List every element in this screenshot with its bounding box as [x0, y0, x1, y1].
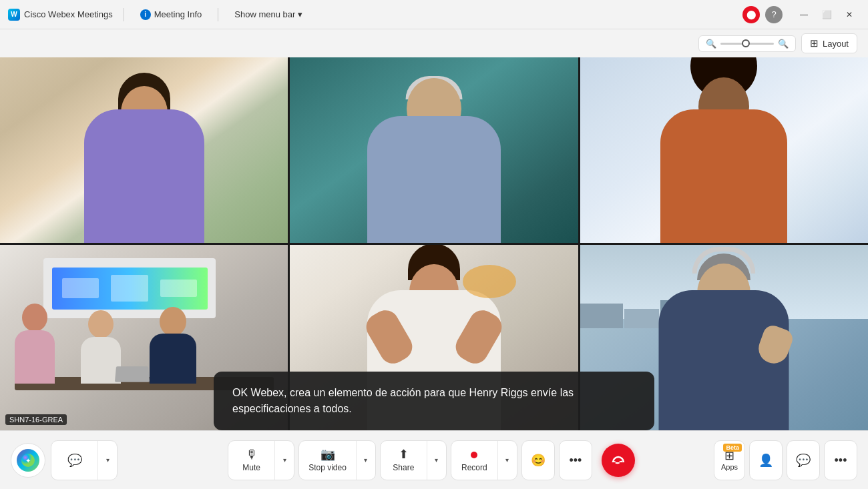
window-controls: — ⬜ ✕: [793, 4, 860, 25]
record-button[interactable]: Record: [451, 441, 498, 480]
more-icon: •••: [569, 454, 582, 466]
record-dot: [471, 452, 477, 458]
minimize-button[interactable]: —: [793, 4, 815, 25]
end-call-button[interactable]: [602, 444, 635, 477]
participant-2: [361, 57, 507, 243]
record-dropdown-arrow[interactable]: ▾: [498, 441, 517, 480]
toolbar-left-group: ✦ 💬 ▾: [11, 440, 118, 480]
share-icon: ⬆: [399, 448, 409, 460]
chat-icon: 💬: [796, 454, 811, 466]
participant-4b: [81, 310, 121, 384]
body-4c: [150, 334, 196, 384]
zoom-control[interactable]: 🔍 🔍: [698, 35, 796, 52]
building-1: [580, 304, 624, 329]
video-grid-container: SHN7-16-GREA: [0, 57, 868, 430]
show-menu-bar-button[interactable]: Show menu bar ▾: [229, 7, 308, 22]
screen-content: [52, 268, 208, 310]
zoom-in-icon[interactable]: 🔍: [778, 39, 789, 49]
chevron-down-icon: ▾: [298, 9, 302, 19]
reactions-icon: 😊: [531, 454, 546, 466]
secondary-toolbar: 🔍 🔍 ⊞ Layout: [0, 29, 868, 57]
zoom-slider-thumb[interactable]: [742, 39, 750, 47]
video-icon: 📷: [320, 448, 335, 460]
screen-bar-1: [62, 278, 99, 299]
participant-3: [650, 57, 797, 243]
participant-4c: [150, 307, 196, 384]
transcript-text: OK Webex, crea un elemento de acción par…: [232, 387, 574, 414]
body-4a: [15, 330, 55, 384]
beta-badge: Beta: [723, 444, 742, 452]
end-call-icon: [611, 453, 626, 468]
app-title: W Cisco Webex Meetings: [8, 9, 113, 21]
head-4a: [22, 304, 47, 332]
webex-ai-button[interactable]: ✦: [11, 443, 45, 478]
video-cell-3[interactable]: [580, 57, 868, 243]
participants-icon: 👤: [758, 454, 773, 466]
close-button[interactable]: ✕: [839, 4, 860, 25]
video-cell-1[interactable]: [0, 57, 288, 243]
separator-1: [124, 8, 124, 21]
title-bar: W Cisco Webex Meetings i Meeting Info Sh…: [0, 0, 868, 29]
meeting-info-button[interactable]: i Meeting Info: [135, 7, 208, 23]
microphone-icon: 🎙: [246, 448, 258, 460]
share-button[interactable]: ⬆ Share: [381, 441, 427, 480]
webex-logo-icon: W: [8, 9, 20, 21]
mute-button-group[interactable]: 🎙 Mute ▾: [228, 440, 294, 480]
head-4c: [160, 307, 186, 336]
zoom-slider[interactable]: [720, 43, 774, 45]
bottom-toolbar: ✦ 💬 ▾ 🎙 Mute ▾ 📷 Stop video ▾ ⬆ Share: [0, 430, 868, 489]
video-cell-2[interactable]: [290, 57, 578, 243]
body-3: [660, 109, 787, 243]
mute-dropdown-arrow[interactable]: ▾: [275, 441, 294, 480]
more-options-button[interactable]: •••: [559, 440, 592, 480]
participants-button[interactable]: 👤: [749, 440, 783, 480]
more-right-icon: •••: [835, 454, 847, 466]
video-button-group[interactable]: 📷 Stop video ▾: [298, 440, 376, 480]
screen-bar-3: [160, 280, 197, 297]
record-icon: [471, 448, 477, 460]
head-4b: [88, 310, 114, 338]
mute-button[interactable]: 🎙 Mute: [228, 441, 275, 480]
share-dropdown-arrow[interactable]: ▾: [427, 441, 446, 480]
video-dropdown-arrow[interactable]: ▾: [357, 441, 375, 480]
layout-button[interactable]: ⊞ Layout: [801, 33, 857, 53]
captions-icon: 💬: [67, 454, 82, 466]
separator-2: [218, 8, 218, 21]
share-button-group[interactable]: ⬆ Share ▾: [380, 440, 447, 480]
captions-button[interactable]: 💬: [51, 441, 98, 480]
participant-4a: [15, 304, 55, 384]
webex-ai-icon: ✦: [17, 449, 39, 472]
participant-1: [77, 69, 211, 243]
participant-6: [650, 245, 797, 430]
help-button[interactable]: ?: [765, 6, 783, 23]
layout-grid-icon: ⊞: [810, 37, 819, 49]
captions-dropdown-arrow[interactable]: ▾: [98, 441, 117, 480]
body-1: [84, 109, 204, 243]
record-status-button[interactable]: ⬤: [742, 6, 760, 23]
maximize-button[interactable]: ⬜: [816, 4, 837, 25]
fruit-bowl: [463, 265, 516, 298]
chat-button[interactable]: 💬: [787, 440, 820, 480]
body-2: [367, 116, 501, 243]
cell4-name-label: SHN7-16-GREA: [5, 414, 67, 425]
meeting-info-icon: i: [140, 9, 151, 20]
apps-button[interactable]: Beta ⊞ Apps: [714, 440, 745, 480]
reactions-button[interactable]: 😊: [521, 440, 555, 480]
ai-sparkle-icon: ✦: [21, 453, 35, 468]
record-button-group[interactable]: Record ▾: [451, 440, 517, 480]
title-bar-right: ⬤ ? — ⬜ ✕: [742, 4, 860, 25]
toolbar-right-group: Beta ⊞ Apps 👤 💬 •••: [714, 440, 857, 480]
laptop-1: [114, 366, 149, 382]
stop-video-button[interactable]: 📷 Stop video: [299, 441, 357, 480]
captions-button-group[interactable]: 💬 ▾: [51, 440, 118, 480]
zoom-out-icon[interactable]: 🔍: [706, 39, 716, 49]
title-bar-left: W Cisco Webex Meetings i Meeting Info Sh…: [8, 7, 742, 23]
more-right-button[interactable]: •••: [824, 440, 857, 480]
transcript-overlay: OK Webex, crea un elemento de acción par…: [214, 372, 654, 430]
screen-bar-2: [111, 275, 148, 302]
svg-text:✦: ✦: [25, 457, 31, 464]
